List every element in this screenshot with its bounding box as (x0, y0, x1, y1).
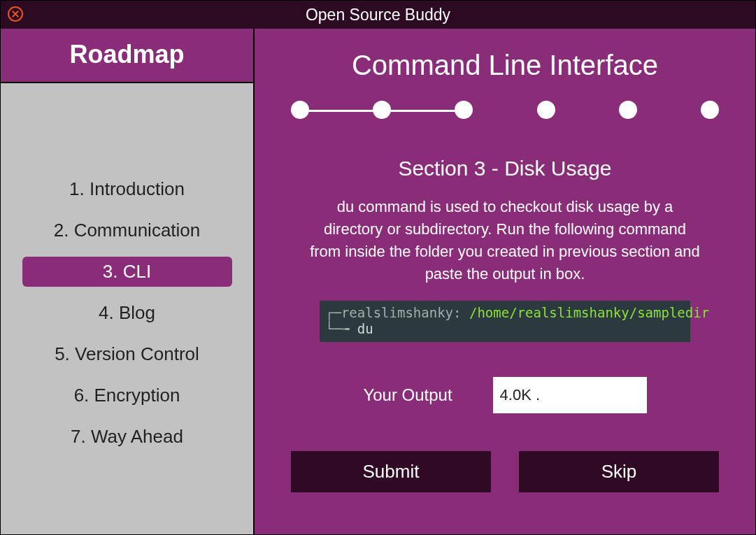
sidebar-item-way-ahead[interactable]: 7. Way Ahead (22, 422, 232, 452)
sidebar-list: 1. Introduction 2. Communication 3. CLI … (1, 83, 253, 534)
progress-stepper (291, 101, 719, 119)
output-label: Your Output (363, 385, 452, 405)
output-row: Your Output (291, 377, 719, 413)
step-dot (537, 101, 555, 119)
terminal-path: /home/realslimshanky/sampledir (469, 305, 709, 320)
sidebar-item-label: 2. Communication (54, 220, 201, 241)
terminal-snippet: ┌─realslimshanky: /home/realslimshanky/s… (320, 301, 690, 343)
window-body: Roadmap 1. Introduction 2. Communication… (1, 29, 755, 534)
sidebar-item-cli[interactable]: 3. CLI (22, 257, 232, 287)
sidebar-item-communication[interactable]: 2. Communication (22, 215, 232, 245)
section-description: du command is used to checkout disk usag… (309, 196, 701, 285)
button-row: Submit Skip (291, 451, 719, 492)
sidebar-item-blog[interactable]: 4. Blog (22, 298, 232, 328)
sidebar-item-version-control[interactable]: 5. Version Control (22, 339, 232, 369)
sidebar-item-label: 4. Blog (99, 302, 155, 323)
page-title: Command Line Interface (291, 50, 719, 81)
sidebar-item-label: 3. CLI (103, 261, 151, 282)
sidebar-item-label: 1. Introduction (69, 178, 185, 199)
submit-button[interactable]: Submit (291, 451, 491, 492)
terminal-command: du (357, 321, 373, 336)
titlebar: Open Source Buddy (1, 1, 755, 29)
close-icon[interactable] (8, 6, 23, 22)
sidebar-item-introduction[interactable]: 1. Introduction (22, 174, 232, 204)
step-dot (291, 101, 309, 119)
output-input[interactable] (493, 377, 647, 413)
step-dot (619, 101, 637, 119)
step-dot (701, 101, 719, 119)
sidebar-header: Roadmap (1, 29, 253, 83)
main-panel: Command Line Interface Section 3 - Disk … (255, 29, 755, 534)
sidebar-item-encryption[interactable]: 6. Encryption (22, 380, 232, 411)
step-dot (373, 101, 391, 119)
skip-button[interactable]: Skip (519, 451, 719, 492)
terminal-user: realslimshanky: (341, 305, 462, 320)
window-title: Open Source Buddy (306, 6, 450, 24)
sidebar-item-label: 6. Encryption (74, 385, 180, 406)
section-title: Section 3 - Disk Usage (291, 157, 719, 180)
sidebar-item-label: 7. Way Ahead (71, 426, 183, 447)
sidebar: Roadmap 1. Introduction 2. Communication… (1, 29, 255, 534)
step-dot (455, 101, 473, 119)
sidebar-item-label: 5. Version Control (55, 343, 199, 364)
app-window: Open Source Buddy Roadmap 1. Introductio… (0, 0, 756, 535)
